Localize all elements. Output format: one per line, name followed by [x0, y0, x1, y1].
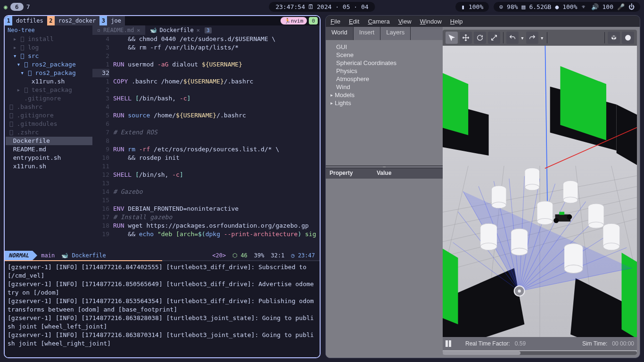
box-shape[interactable] [608, 32, 620, 44]
menu-view[interactable]: View [398, 18, 412, 25]
svg-point-14 [525, 184, 539, 190]
buffer-diag-badge: 3 [205, 27, 212, 33]
svg-point-44 [518, 289, 521, 293]
docker-icon: 🐋 [150, 27, 157, 33]
tree-item[interactable]: x11run.sh [6, 162, 92, 171]
gazebo-window: File Edit Camera View Window Help World … [325, 15, 640, 358]
close-icon[interactable]: ✕ [137, 27, 140, 33]
wifi-icon: ᯤ [581, 3, 587, 10]
world-tree-item[interactable]: Physics [330, 67, 438, 75]
menu-window[interactable]: Window [420, 18, 442, 25]
filename: 🐋 Dockerfile [58, 252, 108, 259]
world-tree-item[interactable]: ▸Lights [330, 99, 438, 107]
gazebo-menubar: File Edit Camera View Window Help [326, 16, 640, 27]
world-tree-item[interactable]: ▸Models [330, 91, 438, 99]
mode-indicator: NORMAL [5, 251, 33, 260]
menu-file[interactable]: File [330, 18, 340, 25]
gazebo-footer: Real Time Factor: 0.59 Sim Time: 00 00:0… [443, 337, 637, 350]
neovim-window: 1dotfiles 2ros2_docker 3joe 🏃 nvim 0 Neo… [4, 15, 321, 358]
nvim-user-pill: 🏃 nvim [281, 17, 307, 25]
pause-button[interactable] [446, 340, 451, 347]
power-icon[interactable]: ⏻ [628, 3, 635, 10]
tab-world[interactable]: World [326, 27, 354, 40]
redo-button[interactable] [526, 32, 538, 44]
rotate-tool[interactable] [474, 32, 486, 44]
svg-point-32 [511, 248, 528, 255]
opensuse-icon: ◉ [4, 3, 8, 10]
buffer-dockerfile[interactable]: 🐋 Dockerfile ✕ 3 [145, 25, 216, 35]
rtf-value: 0.59 [515, 340, 526, 347]
footer-scrollbar[interactable] [443, 351, 637, 355]
tree-item[interactable]: README.md [6, 145, 92, 154]
tab-ros2-docker[interactable]: 2ros2_docker [47, 16, 99, 25]
clock: 23:47:54 🗓 2024 · 05 · 04 [269, 2, 375, 12]
svg-line-10 [545, 46, 547, 212]
move-tool[interactable] [460, 32, 472, 44]
gazebo-viewport-panel: ▾ ▾ [443, 30, 637, 355]
close-icon[interactable]: ✕ [197, 27, 200, 33]
menu-edit[interactable]: Edit [349, 18, 359, 25]
rtf-label: Real Time Factor: [465, 340, 510, 347]
simtime-label: Sim Time: [582, 340, 607, 347]
tab-joe[interactable]: 3joe [99, 16, 125, 25]
tree-item[interactable]: 󰜘 .gitmodules [6, 120, 92, 128]
vol-icon: 🔊 [591, 3, 599, 10]
tree-item[interactable]: ▾ 󰉋 ros2_packag [6, 69, 92, 77]
tree-item[interactable]: .gitignore [6, 94, 92, 103]
tab-insert[interactable]: Insert [354, 27, 381, 40]
tree-item[interactable]: Dockerfile [6, 137, 92, 145]
buffer-readme[interactable]: ▫ README.md ✕ [92, 25, 145, 35]
workspace-active[interactable]: 6 [10, 3, 24, 11]
cpu-icon: ⊙ [499, 3, 503, 10]
battery-icon: ▮ [461, 3, 465, 10]
tab-layers[interactable]: Layers [380, 27, 411, 40]
markdown-icon: ▫ [97, 27, 100, 33]
property-body [326, 179, 443, 358]
terminal[interactable]: [gzserver-1] [INFO] [1714877216.84740255… [5, 261, 320, 357]
world-tree-item[interactable]: Wind [330, 83, 438, 91]
world-tree-item[interactable]: Scene [330, 51, 438, 59]
neotree-title: Neo-tree [5, 27, 92, 33]
tree-item[interactable]: 󰜘 .gitignore [6, 111, 92, 120]
encoding: <20> [210, 252, 228, 259]
workspace-next[interactable]: 7 [26, 3, 30, 10]
tree-item[interactable]: ▸ 󰉋 install [6, 35, 92, 43]
menu-help[interactable]: Help [450, 18, 463, 25]
calendar-icon: 🗓 [308, 3, 314, 10]
3d-viewport[interactable] [443, 46, 637, 337]
sphere-shape[interactable] [622, 32, 634, 44]
tree-item[interactable]: ▸ 󰉋 test_packag [6, 86, 92, 94]
svg-point-41 [567, 214, 572, 220]
world-tree[interactable]: GUI Scene Spherical Coordinates Physics … [326, 40, 443, 165]
tree-item[interactable]: 󰜘 .zshrc [6, 128, 92, 137]
svg-point-20 [492, 202, 506, 208]
tree-item[interactable]: x11run.sh [6, 77, 92, 86]
clock-inline: ◷ 23:47 [289, 252, 317, 259]
scale-tool[interactable] [488, 32, 500, 44]
file-tree[interactable]: ▸ 󰉋 install ▸ 󰉋 log ▾ 󰉋 src ▾ 󰉋 ros2_pac… [5, 35, 92, 251]
select-tool[interactable] [446, 32, 458, 44]
tree-item[interactable]: ▾ 󰉋 ros2_package [6, 60, 92, 69]
nvim-tabline: 1dotfiles 2ros2_docker 3joe 🏃 nvim 0 [5, 16, 320, 25]
menu-camera[interactable]: Camera [368, 18, 389, 25]
undo-button[interactable] [506, 32, 519, 44]
property-header: Property Value [326, 168, 443, 179]
gazebo-toolbar: ▾ ▾ [443, 30, 637, 46]
svg-point-29 [480, 243, 497, 250]
world-tree-item[interactable]: GUI [330, 43, 438, 51]
tree-item[interactable]: ▸ 󰉋 log [6, 43, 92, 52]
mic-icon: 🎤 [617, 3, 625, 10]
code-editor[interactable]: && chmod 0440 /etc/sudoers.d/$USERNAME \… [113, 35, 320, 251]
world-tree-item[interactable]: Spherical Coordinates [330, 59, 438, 67]
statusline: NORMAL main 🐋 Dockerfile <20> ⬡ 46 39% 3… [5, 251, 320, 260]
svg-point-35 [564, 265, 583, 273]
mem-icon: ▤ [522, 3, 526, 10]
tree-item[interactable]: ▾ 󰉋 src [6, 52, 92, 60]
svg-point-26 [588, 222, 604, 228]
tab-dotfiles[interactable]: 1dotfiles [5, 16, 47, 25]
world-tree-item[interactable]: Atmosphere [330, 75, 438, 83]
tree-item[interactable]: entrypoint.sh [6, 154, 92, 162]
svg-marker-9 [443, 242, 458, 324]
simtime-value: 00 00:00 [612, 340, 634, 347]
tree-item[interactable]: 󰜘 .bashrc [6, 103, 92, 111]
